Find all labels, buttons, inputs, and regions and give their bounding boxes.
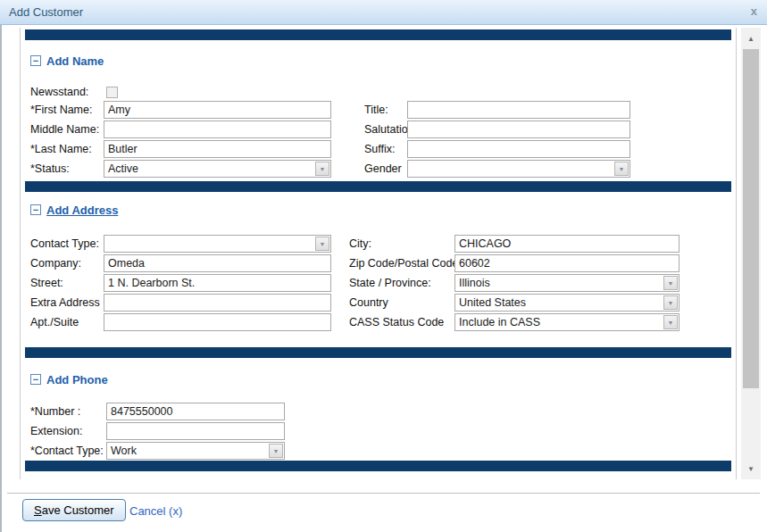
middle-name-label: Middle Name: (30, 123, 104, 136)
contact-type-label: Contact Type: (30, 237, 104, 250)
cass-status-value: Include in CASS (455, 314, 663, 330)
chevron-down-icon: ▼ (668, 280, 674, 287)
dropdown-arrow-button[interactable]: ▼ (663, 276, 678, 290)
scroll-up-button[interactable]: ▲ (741, 31, 761, 46)
section-divider-bar (25, 347, 731, 358)
dropdown-arrow-button[interactable]: ▼ (663, 295, 678, 310)
country-dropdown[interactable]: United States ▼ (454, 294, 679, 312)
close-icon[interactable]: x (751, 4, 757, 18)
company-label: Company: (30, 257, 104, 270)
status-label: *Status: (30, 162, 104, 175)
city-label: City: (349, 237, 454, 250)
chevron-down-icon: ▼ (273, 448, 279, 454)
collapse-icon[interactable]: − (30, 55, 41, 66)
phone-number-input[interactable] (106, 403, 285, 420)
section-divider-bar (25, 461, 731, 471)
add-address-section-header: − Add Address (30, 203, 118, 217)
first-name-input[interactable] (104, 101, 331, 119)
newsstand-label: Newsstand: (30, 86, 104, 98)
section-divider-bar (25, 181, 731, 192)
form-row: Middle Name: Salutation: (30, 121, 630, 138)
street-input[interactable] (104, 274, 331, 292)
add-name-section: Newsstand: *First Name: Title: Middle Na… (30, 85, 630, 179)
add-name-section-header: − Add Name (30, 54, 104, 68)
newsstand-checkbox[interactable] (106, 87, 118, 98)
state-province-label: State / Province: (349, 277, 454, 289)
chevron-down-icon: ▼ (668, 320, 674, 326)
form-row: Company: Zip Code/Postal Code: (30, 254, 679, 272)
collapse-icon[interactable]: − (30, 204, 41, 215)
dialog-title: Add Customer (9, 5, 83, 19)
form-row: Apt./Suite CASS Status Code Include in C… (30, 313, 679, 331)
scroll-down-button[interactable]: ▼ (741, 461, 761, 476)
cancel-link[interactable]: Cancel (x) (129, 504, 182, 518)
company-input[interactable] (104, 254, 331, 272)
middle-name-input[interactable] (104, 121, 331, 138)
add-customer-dialog: Add Customer x − Add Name Newsstand: *Fi… (0, 0, 767, 532)
street-label: Street: (30, 277, 104, 289)
first-name-label: *First Name: (30, 104, 104, 116)
form-row: *Number : (30, 403, 285, 420)
zip-code-label: Zip Code/Postal Code: (349, 257, 454, 270)
status-value: Active (104, 161, 314, 177)
contact-type-dropdown[interactable]: ▼ (104, 235, 331, 253)
phone-contact-type-label: *Contact Type: (30, 445, 106, 457)
dropdown-arrow-button[interactable]: ▼ (315, 162, 329, 176)
extra-address-input[interactable] (104, 294, 331, 312)
cass-status-label: CASS Status Code (349, 316, 454, 328)
dropdown-arrow-button[interactable]: ▼ (614, 162, 629, 176)
cass-status-dropdown[interactable]: Include in CASS ▼ (454, 313, 679, 331)
last-name-label: *Last Name: (30, 143, 104, 155)
phone-contact-type-dropdown[interactable]: Work ▼ (106, 442, 285, 460)
extension-input[interactable] (106, 422, 285, 440)
phone-number-label: *Number : (30, 405, 106, 418)
extension-label: Extension: (30, 425, 106, 437)
phone-contact-type-value: Work (107, 443, 268, 459)
form-row: Newsstand: (30, 85, 630, 99)
scroll-down-icon: ▼ (747, 465, 754, 473)
form-row: *Last Name: Suffix: (30, 140, 630, 158)
suffix-label: Suffix: (364, 143, 407, 155)
form-row: Extra Address Country United States ▼ (30, 294, 679, 312)
form-row: *Contact Type: Work ▼ (30, 442, 285, 460)
chevron-down-icon: ▼ (320, 241, 326, 247)
state-province-dropdown[interactable]: Illinois ▼ (454, 274, 679, 292)
zip-code-input[interactable] (454, 254, 679, 272)
save-customer-button[interactable]: Save Customer (22, 499, 126, 521)
salutation-input[interactable] (407, 121, 630, 138)
country-label: Country (349, 296, 454, 309)
dropdown-arrow-button[interactable]: ▼ (315, 237, 329, 251)
country-value: United States (455, 295, 663, 311)
dropdown-arrow-button[interactable]: ▼ (663, 315, 678, 329)
gender-dropdown[interactable]: ▼ (407, 160, 630, 178)
collapse-icon[interactable]: − (30, 374, 41, 385)
chevron-down-icon: ▼ (619, 166, 625, 172)
city-input[interactable] (454, 235, 679, 253)
form-row: *First Name: Title: (30, 101, 630, 119)
section-title: Add Phone (46, 373, 108, 387)
extra-address-label: Extra Address (30, 296, 104, 309)
chevron-down-icon: ▼ (668, 300, 674, 306)
scrollbar-thumb[interactable] (743, 49, 759, 388)
add-address-section: Contact Type: ▼ City: Company: Zip Code/… (30, 235, 679, 333)
dropdown-arrow-button[interactable]: ▼ (269, 444, 283, 458)
dialog-titlebar: Add Customer x (0, 0, 767, 25)
gender-label: Gender (364, 162, 407, 175)
window-left-border (0, 25, 2, 532)
vertical-scrollbar[interactable]: ▲ ▼ (741, 28, 761, 479)
salutation-label: Salutation: (364, 123, 407, 136)
suffix-input[interactable] (407, 140, 630, 158)
section-title: Add Address (46, 204, 118, 217)
apt-suite-label: Apt./Suite (30, 316, 104, 328)
add-phone-section: *Number : Extension: *Contact Type: Work… (30, 403, 285, 461)
save-customer-label: Save Customer (34, 503, 114, 517)
last-name-input[interactable] (104, 140, 331, 158)
status-dropdown[interactable]: Active ▼ (104, 160, 331, 178)
form-row: Contact Type: ▼ City: (30, 235, 679, 253)
apt-suite-input[interactable] (104, 313, 331, 331)
scroll-up-icon: ▲ (747, 35, 754, 43)
form-row: Extension: (30, 422, 285, 440)
title-input[interactable] (407, 101, 630, 119)
add-phone-section-header: − Add Phone (30, 372, 108, 387)
form-row: *Status: Active ▼ Gender ▼ (30, 160, 630, 178)
